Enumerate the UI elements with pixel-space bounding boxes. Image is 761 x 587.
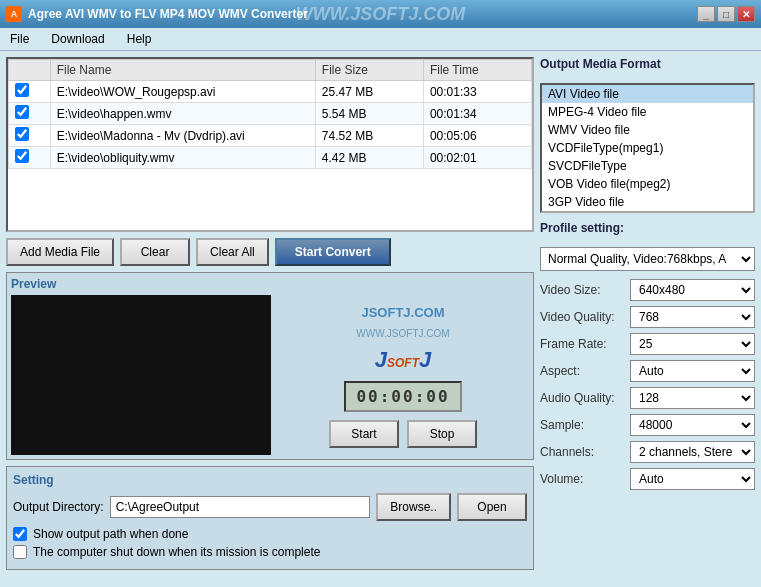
settings-grid: Video Size: 640x480 Video Quality: 768 F… [540,279,755,490]
button-row: Add Media File Clear Clear All Start Con… [6,238,534,266]
table-row: E:\video\happen.wmv 5.54 MB 00:01:34 [9,103,532,125]
row-filesize: 74.52 MB [315,125,423,147]
setting-row-label: Video Size: [540,283,630,297]
row-checkbox-cell[interactable] [9,81,51,103]
format-item[interactable]: VOB Video file(mpeg2) [542,175,753,193]
setting-select[interactable]: Auto [630,360,755,382]
row-checkbox-cell[interactable] [9,103,51,125]
format-item[interactable]: VCDFileType(mpeg1) [542,139,753,157]
open-button[interactable]: Open [457,493,527,521]
start-preview-button[interactable]: Start [329,420,399,448]
row-filesize: 25.47 MB [315,81,423,103]
profile-label-text: Profile setting: [540,221,755,235]
setting-row-label: Channels: [540,445,630,459]
setting-select[interactable]: 48000 [630,414,755,436]
preview-section: Preview JSOFTJ.COM WWW.JSOFTJ.COM JSOFTJ… [6,272,534,460]
setting-row-label: Volume: [540,472,630,486]
row-filesize: 5.54 MB [315,103,423,125]
close-button[interactable]: ✕ [737,6,755,22]
setting-select[interactable]: Auto [630,468,755,490]
checkbox-shutdown-label: The computer shut down when its mission … [33,545,320,559]
checkbox-shutdown: The computer shut down when its mission … [13,545,527,559]
clear-button[interactable]: Clear [120,238,190,266]
browse-button[interactable]: Browse.. [376,493,451,521]
setting-select[interactable]: 128 [630,387,755,409]
preview-watermark1: JSOFTJ.COM [361,305,444,320]
preview-label: Preview [11,277,529,291]
setting-label: Setting [13,473,527,487]
row-checkbox[interactable] [15,83,29,97]
col-header-check [9,60,51,81]
profile-select[interactable]: Normal Quality, Video:768kbps, A [540,247,755,271]
setting-section: Setting Output Directory: Browse.. Open … [6,466,534,570]
watermark: WWW.JSOFTJ.COM [296,4,466,25]
col-header-time: File Time [423,60,531,81]
start-convert-button[interactable]: Start Convert [275,238,391,266]
maximize-button[interactable]: □ [717,6,735,22]
checkbox-show-output-input[interactable] [13,527,27,541]
format-item[interactable]: WMV Video file [542,121,753,139]
menu-download[interactable]: Download [45,30,110,48]
row-filesize: 4.42 MB [315,147,423,169]
row-filetime: 00:02:01 [423,147,531,169]
col-header-name: File Name [50,60,315,81]
window-controls: _ □ ✕ [697,6,755,22]
row-filename: E:\video\WOW_Rougepsp.avi [50,81,315,103]
row-checkbox[interactable] [15,105,29,119]
setting-row: Sample: 48000 [540,414,755,436]
format-list-container[interactable]: AVI Video fileMPEG-4 Video fileWMV Video… [540,83,755,213]
setting-select[interactable]: 640x480 [630,279,755,301]
file-table: File Name File Size File Time E:\video\W… [8,59,532,169]
row-filetime: 00:01:34 [423,103,531,125]
preview-area: JSOFTJ.COM WWW.JSOFTJ.COM JSOFTJ 00:00:0… [11,295,529,455]
clear-all-button[interactable]: Clear All [196,238,269,266]
output-dir-row: Output Directory: Browse.. Open [13,493,527,521]
preview-logo: JSOFTJ [375,347,432,373]
format-item[interactable]: AVI Video file [542,85,753,103]
format-list: AVI Video fileMPEG-4 Video fileWMV Video… [542,85,753,211]
row-filetime: 00:01:33 [423,81,531,103]
left-panel: File Name File Size File Time E:\video\W… [6,57,534,582]
setting-row-label: Video Quality: [540,310,630,324]
row-checkbox[interactable] [15,127,29,141]
add-media-file-button[interactable]: Add Media File [6,238,114,266]
table-row: E:\video\Madonna - Mv (Dvdrip).avi 74.52… [9,125,532,147]
minimize-button[interactable]: _ [697,6,715,22]
setting-row: Video Quality: 768 [540,306,755,328]
row-checkbox[interactable] [15,149,29,163]
format-item[interactable]: SVCDFileType [542,157,753,175]
table-row: E:\video\WOW_Rougepsp.avi 25.47 MB 00:01… [9,81,532,103]
main-content: File Name File Size File Time E:\video\W… [0,51,761,587]
checkbox-shutdown-input[interactable] [13,545,27,559]
setting-row-label: Audio Quality: [540,391,630,405]
setting-select[interactable]: 25 [630,333,755,355]
setting-select[interactable]: 768 [630,306,755,328]
format-item[interactable]: 3GP Video file [542,193,753,211]
setting-select[interactable]: 2 channels, Stere [630,441,755,463]
setting-row: Video Size: 640x480 [540,279,755,301]
setting-row: Channels: 2 channels, Stere [540,441,755,463]
file-table-container: File Name File Size File Time E:\video\W… [6,57,534,232]
title-bar: A Agree AVI WMV to FLV MP4 MOV WMV Conve… [0,0,761,28]
setting-row: Aspect: Auto [540,360,755,382]
stop-preview-button[interactable]: Stop [407,420,477,448]
profile-row: Normal Quality, Video:768kbps, A [540,247,755,271]
row-checkbox-cell[interactable] [9,147,51,169]
output-format-label: Output Media Format [540,57,755,71]
menu-bar: File Download Help [0,28,761,51]
row-filetime: 00:05:06 [423,125,531,147]
menu-file[interactable]: File [4,30,35,48]
output-dir-input[interactable] [110,496,371,518]
setting-row: Frame Rate: 25 [540,333,755,355]
menu-help[interactable]: Help [121,30,158,48]
preview-video [11,295,271,455]
setting-row-label: Frame Rate: [540,337,630,351]
row-checkbox-cell[interactable] [9,125,51,147]
checkbox-show-output: Show output path when done [13,527,527,541]
col-header-size: File Size [315,60,423,81]
setting-row-label: Aspect: [540,364,630,378]
format-item[interactable]: MPEG-4 Video file [542,103,753,121]
setting-row: Volume: Auto [540,468,755,490]
setting-row-label: Sample: [540,418,630,432]
preview-buttons: Start Stop [329,420,477,448]
